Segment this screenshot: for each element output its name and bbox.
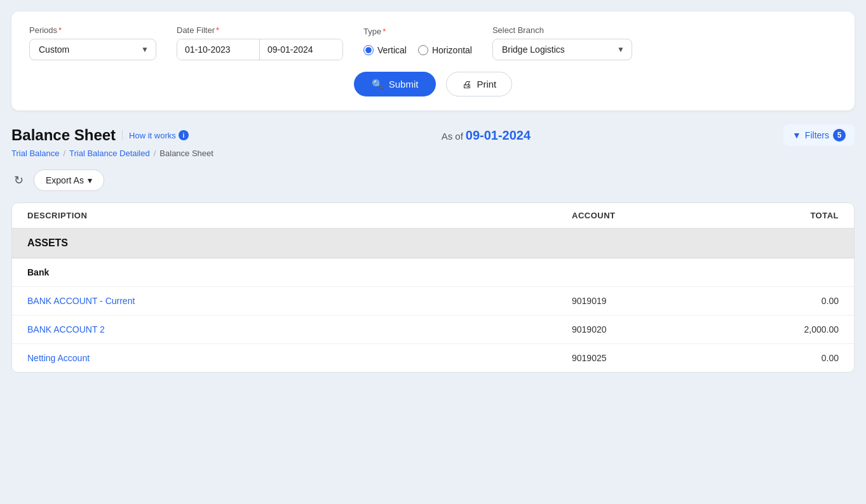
bank-account-current-total: 0.00 [712,296,839,306]
date-to-input[interactable] [260,39,342,60]
filters-button[interactable]: ▼ Filters 5 [783,124,855,146]
branch-select-wrapper: Bridge Logistics ▼ [492,39,632,60]
breadcrumb-sep-1: / [63,149,65,158]
breadcrumb-item-1[interactable]: Trial Balance [11,149,59,158]
filter-card: Periods* Custom ▼ Date Filter* Type* [11,11,855,110]
branch-select[interactable]: Bridge Logistics [492,39,632,60]
table-header: DESCRIPTION ACCOUNT TOTAL [12,203,854,229]
search-icon: 🔍 [372,79,384,90]
type-label: Type* [363,27,472,36]
as-of-date: 09-01-2024 [466,128,531,142]
printer-icon: 🖨 [462,79,471,90]
export-button[interactable]: Export As ▾ [34,169,104,191]
table-row: BANK ACCOUNT 2 9019020 2,000.00 [12,315,854,344]
as-of-label: As of [442,131,463,142]
required-star-date: * [216,25,219,35]
bank-account-current-link[interactable]: BANK ACCOUNT - Current [27,296,572,306]
filter-fields: Periods* Custom ▼ Date Filter* Type* [29,25,837,60]
page-title: Balance Sheet [11,126,116,144]
date-filter-label: Date Filter* [177,25,343,35]
branch-field: Select Branch Bridge Logistics ▼ [492,25,632,60]
periods-select[interactable]: Custom [29,39,156,60]
netting-account-acct: 9019025 [572,353,712,363]
date-filter-field: Date Filter* [177,25,343,60]
type-horizontal-radio[interactable] [418,45,428,55]
type-horizontal-text: Horizontal [432,45,472,55]
date-from-input[interactable] [177,39,260,60]
filter-count: 5 [833,129,846,142]
col-account-header: ACCOUNT [572,211,712,220]
type-vertical-radio[interactable] [363,45,374,55]
type-options: Vertical Horizontal [363,40,472,60]
section-assets-label: ASSETS [27,237,572,249]
type-vertical-text: Vertical [377,45,407,55]
type-field: Type* Vertical Horizontal [363,27,472,60]
periods-field: Periods* Custom ▼ [29,25,156,60]
bank-account-2-acct: 9019020 [572,324,712,335]
subsection-bank-label: Bank [27,267,572,277]
branch-label: Select Branch [492,25,632,35]
subsection-bank: Bank [12,258,854,287]
breadcrumb-current: Balance Sheet [159,149,213,158]
filter-icon: ▼ [792,130,801,140]
type-horizontal-label[interactable]: Horizontal [418,45,472,55]
required-star-type: * [382,27,386,36]
col-description-header: DESCRIPTION [27,211,572,220]
table-row: Netting Account 9019025 0.00 [12,344,854,372]
table-row: BANK ACCOUNT - Current 9019019 0.00 [12,287,854,315]
table-container: DESCRIPTION ACCOUNT TOTAL ASSETS Bank BA… [11,202,855,373]
page-header: Balance Sheet How it works i As of 09-01… [11,124,855,146]
bank-account-2-link[interactable]: BANK ACCOUNT 2 [27,324,572,335]
netting-account-total: 0.00 [712,353,839,363]
breadcrumb-item-2[interactable]: Trial Balance Detailed [69,149,150,158]
main-content: Balance Sheet How it works i As of 09-01… [11,124,855,373]
periods-label: Periods* [29,25,156,35]
submit-button[interactable]: 🔍 Submit [354,72,436,96]
export-chevron-icon: ▾ [88,175,92,185]
col-total-header: TOTAL [712,211,839,220]
date-range [177,39,343,60]
toolbar-row: ↻ Export As ▾ [11,169,855,191]
type-vertical-label[interactable]: Vertical [363,45,407,55]
breadcrumb: Trial Balance / Trial Balance Detailed /… [11,149,855,158]
as-of: As of 09-01-2024 [442,128,531,143]
action-row: 🔍 Submit 🖨 Print [29,72,837,96]
periods-select-wrapper: Custom ▼ [29,39,156,60]
print-button[interactable]: 🖨 Print [446,72,512,96]
info-icon: i [179,130,189,140]
how-it-works-link[interactable]: How it works i [122,130,189,140]
required-star: * [58,25,62,35]
section-assets: ASSETS [12,229,854,258]
breadcrumb-sep-2: / [154,149,156,158]
page-title-row: Balance Sheet How it works i [11,126,189,144]
bank-account-current-acct: 9019019 [572,296,712,306]
bank-account-2-total: 2,000.00 [712,324,839,335]
refresh-button[interactable]: ↻ [11,171,26,190]
netting-account-link[interactable]: Netting Account [27,353,572,363]
